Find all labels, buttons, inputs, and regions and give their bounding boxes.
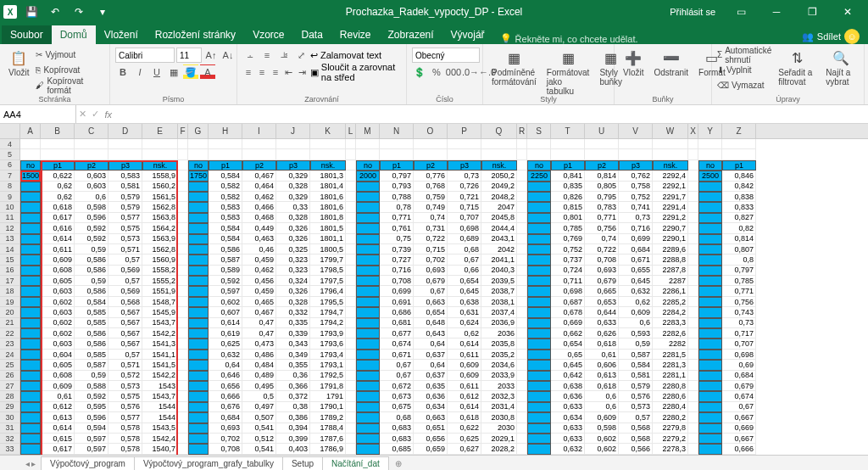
cell[interactable] (346, 371, 356, 381)
cell[interactable]: 0,833 (722, 202, 756, 212)
cell[interactable]: 0,584 (619, 360, 653, 370)
cell[interactable]: 0,638 (448, 297, 481, 307)
cell[interactable]: 0,624 (448, 318, 481, 328)
cell[interactable]: 0,587 (209, 255, 242, 265)
row-header[interactable]: 22 (0, 328, 19, 339)
cell[interactable]: 1562,8 (142, 244, 178, 255)
cell[interactable]: 0,602 (585, 434, 619, 444)
cell[interactable]: 2292,4 (653, 171, 688, 181)
cell[interactable] (527, 202, 551, 212)
cell[interactable] (276, 139, 310, 149)
cell[interactable]: 1750 (188, 171, 209, 181)
cell[interactable]: 0,486 (242, 350, 276, 360)
cell[interactable]: 0,57 (619, 412, 653, 422)
cell[interactable] (517, 276, 527, 286)
cell[interactable]: 1555,2 (142, 276, 178, 286)
cell[interactable] (527, 402, 551, 412)
cell[interactable]: 0,838 (722, 192, 756, 202)
cell[interactable] (20, 371, 41, 381)
cell[interactable] (20, 244, 41, 255)
decrease-font-icon[interactable]: A↓ (220, 48, 236, 63)
cell[interactable] (688, 350, 698, 360)
cell[interactable]: 2000 (356, 171, 380, 181)
cell[interactable]: 0,541 (242, 423, 276, 434)
cell[interactable] (188, 402, 209, 412)
cell[interactable]: 0,586 (75, 328, 108, 339)
cell[interactable]: 0,495 (242, 381, 276, 391)
cell[interactable] (178, 318, 188, 328)
cell[interactable]: 0,612 (41, 402, 75, 412)
cell[interactable]: 0,655 (619, 266, 653, 276)
row-header[interactable]: 9 (0, 192, 19, 202)
border-button[interactable]: ▦ (166, 64, 181, 80)
cell[interactable]: 0,626 (585, 328, 619, 339)
cell[interactable]: 0,609 (41, 381, 75, 391)
cell[interactable] (688, 339, 698, 349)
align-bottom-icon[interactable]: ⫡ (276, 48, 292, 63)
row-header[interactable]: 6 (0, 160, 19, 171)
feedback-icon[interactable]: ☺ (844, 29, 860, 44)
row-header[interactable]: 17 (0, 276, 19, 286)
cell[interactable] (688, 360, 698, 370)
cell[interactable] (527, 350, 551, 360)
cell[interactable]: 2048,2 (481, 192, 517, 202)
cell[interactable]: 2035,8 (481, 339, 517, 349)
cell[interactable]: 0,578 (108, 423, 142, 434)
cell[interactable] (188, 286, 209, 296)
cell[interactable] (178, 255, 188, 265)
row-header[interactable]: 18 (0, 286, 19, 296)
cell[interactable]: 0,603 (41, 307, 75, 317)
cell[interactable]: 0,739 (380, 244, 414, 255)
sheet-tab[interactable]: Výpočtový_program (41, 456, 135, 471)
cell[interactable] (517, 444, 527, 454)
cell[interactable]: 2039,5 (481, 276, 517, 286)
cell[interactable]: p1 (380, 160, 414, 171)
cell[interactable]: p2 (75, 160, 108, 171)
row-header[interactable]: 23 (0, 339, 19, 349)
cell[interactable] (346, 391, 356, 401)
cell[interactable] (722, 149, 756, 159)
find-select-button[interactable]: 🔍Najít a vybrat (822, 48, 859, 88)
cell[interactable]: 0,602 (41, 297, 75, 307)
cell[interactable]: 1544 (142, 402, 178, 412)
indent-increase-icon[interactable]: ⇥ (297, 64, 309, 80)
cell[interactable]: 0,665 (585, 286, 619, 296)
cell[interactable] (346, 276, 356, 286)
cell[interactable]: 0,693 (209, 423, 242, 434)
enter-formula-icon[interactable]: ✓ (92, 109, 99, 120)
cell[interactable]: 1541,5 (142, 360, 178, 370)
cell[interactable]: 0,711 (551, 276, 585, 286)
cell[interactable]: 2278,3 (653, 444, 688, 454)
cell[interactable]: 2038,1 (481, 297, 517, 307)
cell[interactable] (356, 371, 380, 381)
cell[interactable]: 0,677 (380, 328, 414, 339)
col-header[interactable]: M (356, 124, 380, 138)
insert-cells-button[interactable]: ➕Vložit (620, 48, 647, 79)
cell[interactable] (481, 149, 517, 159)
cell[interactable] (346, 192, 356, 202)
cell[interactable]: 1801,6 (310, 192, 346, 202)
cell[interactable]: 0,597 (75, 434, 108, 444)
cell[interactable] (178, 202, 188, 212)
row-header[interactable]: 14 (0, 244, 19, 255)
cell[interactable] (20, 192, 41, 202)
cell[interactable]: 0,541 (242, 444, 276, 454)
name-box[interactable]: AA4 (0, 105, 76, 123)
number-format-combo[interactable]: Obecný (412, 48, 480, 63)
cell[interactable]: 0,685 (380, 444, 414, 454)
cell[interactable] (188, 182, 209, 192)
cell[interactable]: 0,567 (108, 318, 142, 328)
cell[interactable]: 1801,8 (310, 213, 346, 223)
cell[interactable]: 1562,8 (142, 202, 178, 212)
cell[interactable] (517, 423, 527, 434)
cell[interactable]: 2282,6 (653, 328, 688, 339)
cell[interactable]: no (527, 160, 551, 171)
cell[interactable]: 0,69 (722, 360, 756, 370)
conditional-formatting-button[interactable]: ▦Podmíněné formátování (488, 48, 540, 88)
cell[interactable] (346, 255, 356, 265)
delete-cells-button[interactable]: ➖Odstranit (650, 48, 692, 79)
cell[interactable]: 0,326 (276, 234, 310, 244)
cell[interactable] (20, 412, 41, 422)
cell[interactable]: 0,587 (619, 350, 653, 360)
cell[interactable]: 0,62 (41, 182, 75, 192)
